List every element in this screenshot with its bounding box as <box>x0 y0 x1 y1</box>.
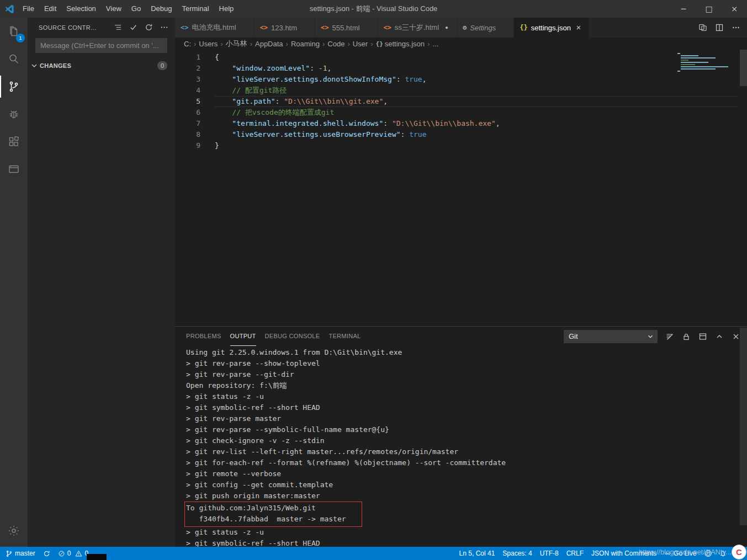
maximize-panel-icon[interactable] <box>715 332 724 341</box>
code-line: 2 "window.zoomLevel": -1, <box>175 63 747 74</box>
split-editor-icon[interactable] <box>715 23 724 32</box>
clear-output-icon[interactable] <box>665 332 674 341</box>
view-as-tree-icon[interactable] <box>114 23 122 31</box>
output-content[interactable]: Using git 2.25.0.windows.1 from D:\Git\b… <box>175 346 747 547</box>
output-line: > git remote --verbose <box>186 468 747 479</box>
eol[interactable]: CRLF <box>563 547 587 560</box>
code-line: 1{ <box>175 52 747 63</box>
editor-tab[interactable]: {}settings.json× <box>514 18 589 38</box>
breadcrumb: C:›Users›小马林›AppData›Roaming›Code›User›{… <box>175 38 747 50</box>
line-number: 9 <box>175 140 200 151</box>
split-panel-icon[interactable] <box>698 332 707 341</box>
code-text[interactable]: "window.zoomLevel": -1, <box>215 63 747 74</box>
scroll-lock-icon[interactable] <box>682 332 691 341</box>
output-line: > git config --get commit.template <box>186 479 747 490</box>
menu-item[interactable]: Help <box>214 0 239 18</box>
minimize-button[interactable]: ─ <box>671 0 696 18</box>
breadcrumb-item[interactable]: Code <box>327 40 345 48</box>
maximize-button[interactable]: □ <box>696 0 722 18</box>
code-text[interactable]: "liveServer.settings.donotShowInfoMsg": … <box>215 74 747 85</box>
code-text[interactable]: { <box>215 52 747 63</box>
line-number: 5 <box>175 96 200 107</box>
breadcrumb-item[interactable]: ... <box>432 40 438 48</box>
editor-tab[interactable]: <>ss三十岁.html● <box>378 18 457 38</box>
explorer-icon[interactable]: 1 <box>0 18 28 45</box>
feedback-smiley-icon[interactable]: ☺ <box>700 547 716 560</box>
menu-item[interactable]: Go <box>126 0 146 18</box>
panel-tab-output[interactable]: OUTPUT <box>230 327 256 346</box>
breadcrumb-item[interactable]: Users <box>199 40 218 48</box>
menu-item[interactable]: File <box>18 0 39 18</box>
code-text[interactable]: // 配置git路径 <box>215 85 747 96</box>
source-control-icon[interactable] <box>0 73 28 100</box>
modified-dot-icon[interactable]: ● <box>442 23 451 32</box>
tab-label: settings.json <box>531 24 571 32</box>
chevron-right-icon: › <box>322 40 325 48</box>
output-line: > git rev-list --left-right master...ref… <box>186 446 747 457</box>
editor-tab[interactable]: <>电池充电.html× <box>175 18 255 38</box>
sidebar-source-control: SOURCE CONTROL CHANGES <box>28 18 175 547</box>
breadcrumb-item[interactable]: Roaming <box>291 40 320 48</box>
panel-tab-problems[interactable]: PROBLEMS <box>186 327 221 346</box>
output-line: > git rev-parse master <box>186 413 747 424</box>
branch-indicator[interactable]: master <box>0 547 39 560</box>
breadcrumb-item[interactable]: 小马林 <box>226 39 247 49</box>
chevron-right-icon: › <box>194 40 196 48</box>
commit-message-input[interactable] <box>35 38 167 53</box>
extensions-icon[interactable] <box>0 128 28 156</box>
menu-item[interactable]: View <box>101 0 126 18</box>
screenshot-artifact <box>87 554 107 560</box>
debug-icon[interactable] <box>0 100 28 128</box>
close-panel-icon[interactable] <box>732 332 740 341</box>
code-text[interactable]: // 把vscode的终端配置成git <box>215 107 747 118</box>
error-count: 0 <box>67 550 71 557</box>
code-text[interactable]: "liveServer.settings.useBrowserPreview":… <box>215 129 747 140</box>
menu-item[interactable]: Selection <box>61 0 100 18</box>
code-text[interactable]: "terminal.integrated.shell.windows": "D:… <box>215 118 747 129</box>
code-editor[interactable]: 1{2 "window.zoomLevel": -1,3 "liveServer… <box>175 50 747 326</box>
editor-scrollbar[interactable] <box>740 50 747 86</box>
more-actions-icon[interactable] <box>732 23 740 32</box>
commit-check-icon[interactable] <box>129 23 137 31</box>
notifications-bell-icon[interactable] <box>716 547 730 560</box>
refresh-icon[interactable] <box>145 23 153 31</box>
editor-actions <box>698 18 747 38</box>
open-changes-icon[interactable] <box>698 23 707 32</box>
output-channel-value: Git <box>569 332 578 340</box>
output-line: > git symbolic-ref --short HEAD <box>186 402 747 413</box>
indentation[interactable]: Spaces: 4 <box>499 547 536 560</box>
breadcrumb-item[interactable]: C: <box>184 40 191 48</box>
code-text[interactable]: } <box>215 140 747 151</box>
sync-icon[interactable] <box>39 547 54 560</box>
panel-tab-terminal[interactable]: TERMINAL <box>329 327 361 346</box>
close-icon[interactable]: × <box>574 23 583 32</box>
language-mode[interactable]: JSON with Comments <box>587 547 660 560</box>
editor-tab[interactable]: <>555.html× <box>315 18 378 38</box>
minimap[interactable] <box>677 53 738 73</box>
settings-gear-icon[interactable] <box>0 517 28 545</box>
editor-tab[interactable]: ⚙Settings× <box>457 18 514 38</box>
breadcrumb-item[interactable]: AppData <box>255 40 283 48</box>
more-actions-icon[interactable] <box>160 23 168 31</box>
menu-item[interactable]: Edit <box>39 0 61 18</box>
output-channel-select[interactable]: Git <box>564 330 658 343</box>
chevron-right-icon: › <box>427 40 430 48</box>
panel-scrollbar[interactable] <box>740 328 747 525</box>
breadcrumb-item[interactable]: User <box>353 40 368 48</box>
browser-preview-icon[interactable] <box>0 156 28 183</box>
menu-item[interactable]: Terminal <box>177 0 214 18</box>
encoding[interactable]: UTF-8 <box>536 547 563 560</box>
editor-tab[interactable]: <>123.htm× <box>255 18 315 38</box>
changes-section-header[interactable]: CHANGES 0 <box>28 60 175 72</box>
menu-item[interactable]: Debug <box>146 0 177 18</box>
line-number: 8 <box>175 129 200 140</box>
search-icon[interactable] <box>0 45 28 73</box>
cursor-position[interactable]: Ln 5, Col 41 <box>454 547 499 560</box>
panel-tab-debug-console[interactable]: DEBUG CONSOLE <box>265 327 320 346</box>
changes-label: CHANGES <box>40 62 71 69</box>
output-line: > git rev-parse --show-toplevel <box>186 358 747 369</box>
close-button[interactable]: × <box>722 0 747 18</box>
go-live-button[interactable]: Go Live <box>660 547 700 560</box>
breadcrumb-item[interactable]: {}settings.json <box>376 40 425 48</box>
code-text[interactable]: "git.path": "D:\\Git\\bin\\git.exe", <box>215 96 738 107</box>
